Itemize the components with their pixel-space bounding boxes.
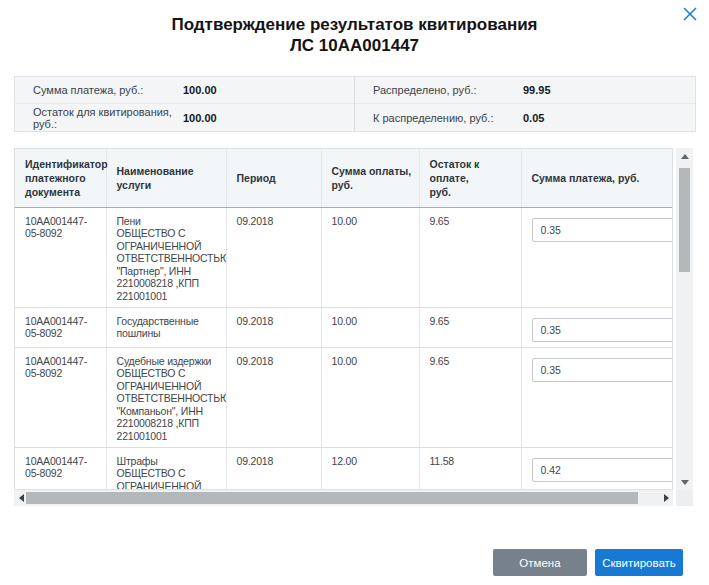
summary-row-to-distribute: К распределению, руб.: 0.05 [355,104,695,131]
cell-payment-sum: 10.00 [321,347,419,447]
cell-doc-id: 10АА001447-05-8092 [15,207,106,307]
table-row: 10АА001447-05-8092 Судебные издержки ОБЩ… [15,347,673,447]
table-row: 10АА001447-05-8092 Пени ОБЩЕСТВО С ОГРАН… [15,207,673,307]
cell-doc-id: 10АА001447-05-8092 [15,447,106,490]
cell-service: Штрафы ОБЩЕСТВО С ОГРАНИЧЕННОЙ ОТВЕТСТВЕ… [106,447,226,490]
cancel-button[interactable]: Отмена [493,549,587,576]
summary-value: 0.05 [523,112,544,124]
cell-remainder: 11.58 [419,447,521,490]
col-header-payment-sum: Сумма оплаты, руб. [321,149,419,207]
summary-label: К распределению, руб.: [355,112,523,124]
cell-amount [521,447,673,490]
cell-doc-id: 10АА001447-05-8092 [15,307,106,347]
cell-amount [521,207,673,307]
summary-label: Распределено, руб.: [355,84,523,96]
col-header-period: Период [226,149,321,207]
cell-remainder: 9.65 [419,307,521,347]
table-header-row: Идентификатор платежного документа Наиме… [15,149,673,207]
scroll-down-icon[interactable] [676,474,693,490]
cell-period: 09.2018 [226,447,321,490]
vertical-scrollbar-thumb[interactable] [679,168,690,272]
col-header-doc-id: Идентификатор платежного документа [15,149,106,207]
table-row: 10АА001447-05-8092 Штрафы ОБЩЕСТВО С ОГР… [15,447,673,490]
cell-payment-sum: 10.00 [321,207,419,307]
cell-doc-id: 10АА001447-05-8092 [15,347,106,447]
cell-remainder: 9.65 [419,347,521,447]
cell-service: Государственные пошлины [106,307,226,347]
cell-payment-sum: 10.00 [321,307,419,347]
cell-service: Пени ОБЩЕСТВО С ОГРАНИЧЕННОЙ ОТВЕТСТВЕНН… [106,207,226,307]
summary-row-reconciliation-rest: Остаток для квитирования, руб.: 100.00 [15,104,354,131]
cell-amount [521,307,673,347]
summary-right-column: Распределено, руб.: 99.95 К распределени… [355,77,695,131]
summary-label: Остаток для квитирования, руб.: [15,106,183,130]
summary-value: 100.00 [183,84,217,96]
cell-period: 09.2018 [226,207,321,307]
scroll-up-icon[interactable] [676,148,693,164]
cell-amount [521,347,673,447]
col-header-remainder: Остаток к оплате, руб. [419,149,521,207]
cell-period: 09.2018 [226,307,321,347]
confirm-button[interactable]: Сквитировать [595,549,683,576]
payment-amount-input[interactable] [532,218,674,242]
horizontal-scrollbar-thumb[interactable] [26,492,638,504]
vertical-scrollbar[interactable] [676,148,693,490]
title-line-2: ЛС 10АА001447 [0,35,709,56]
summary-value: 100.00 [183,112,217,124]
summary-value: 99.95 [523,84,551,96]
payment-amount-input[interactable] [532,358,674,382]
payment-amount-input[interactable] [532,318,674,342]
summary-left-column: Сумма платежа, руб.: 100.00 Остаток для … [15,77,355,131]
summary-label: Сумма платежа, руб.: [15,84,183,96]
summary-panel: Сумма платежа, руб.: 100.00 Остаток для … [14,76,696,132]
col-header-service: Наименование услуги [106,149,226,207]
col-header-amount: Сумма платежа, руб. [521,149,673,207]
cell-payment-sum: 12.00 [321,447,419,490]
table-row: 10АА001447-05-8092 Государственные пошли… [15,307,673,347]
scrollbar-corner [676,490,693,506]
title-line-1: Подтверждение результатов квитирования [0,14,709,35]
horizontal-scrollbar[interactable] [14,490,673,506]
charges-table-viewport: Идентификатор платежного документа Наиме… [14,148,673,490]
summary-row-distributed: Распределено, руб.: 99.95 [355,77,695,104]
cell-remainder: 9.65 [419,207,521,307]
scroll-right-icon[interactable] [659,490,673,506]
cell-service: Судебные издержки ОБЩЕСТВО С ОГРАНИЧЕННО… [106,347,226,447]
payment-amount-input[interactable] [532,458,674,482]
page-title: Подтверждение результатов квитирования Л… [0,14,709,56]
cell-period: 09.2018 [226,347,321,447]
summary-row-payment-sum: Сумма платежа, руб.: 100.00 [15,77,354,104]
charges-table: Идентификатор платежного документа Наиме… [14,148,693,506]
